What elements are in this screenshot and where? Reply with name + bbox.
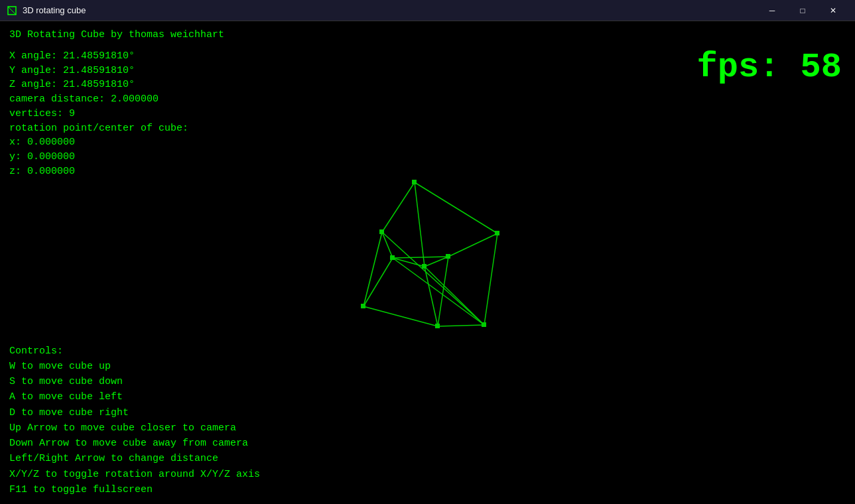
control-xyz: X/Y/Z to toggle rotation around X/Y/Z ax… <box>9 467 260 482</box>
svg-line-10 <box>393 258 425 267</box>
control-a: A to move cube left <box>9 389 260 405</box>
control-up: Up Arrow to move cube closer to camera <box>9 420 260 436</box>
control-s: S to move cube down <box>9 374 260 389</box>
svg-line-9 <box>425 257 448 267</box>
maximize-button[interactable]: □ <box>787 0 818 21</box>
svg-line-3 <box>484 233 497 325</box>
window-title: 3D rotating cube <box>23 5 757 15</box>
control-w: W to move cube up <box>9 359 260 374</box>
svg-rect-28 <box>390 255 395 260</box>
svg-rect-24 <box>361 304 365 308</box>
svg-line-4 <box>438 325 484 326</box>
svg-rect-26 <box>422 264 427 269</box>
svg-line-8 <box>393 257 448 258</box>
controls-header: Controls: <box>9 344 260 359</box>
app-icon <box>7 5 17 16</box>
svg-rect-27 <box>446 254 450 259</box>
control-down: Down Arrow to move cube away from camera <box>9 436 260 451</box>
svg-line-14 <box>363 258 393 306</box>
svg-line-16 <box>425 267 438 326</box>
svg-rect-20 <box>412 180 417 184</box>
title-bar: 3D rotating cube ─ □ ✕ <box>0 0 855 21</box>
control-f11: F11 to toggle fullscreen <box>9 482 260 497</box>
svg-line-5 <box>363 306 438 326</box>
control-lr: Left/Right Arrow to change distance <box>9 451 260 466</box>
window-controls: ─ □ ✕ <box>757 0 848 21</box>
svg-line-12 <box>448 233 497 257</box>
main-content: 3D Rotating Cube by thomas weichhart X a… <box>0 21 855 504</box>
svg-line-2 <box>415 182 497 233</box>
svg-rect-23 <box>435 324 440 328</box>
svg-line-1 <box>8 7 16 15</box>
control-d: D to move cube right <box>9 405 260 420</box>
controls-panel: Controls: W to move cube up S to move cu… <box>9 344 260 498</box>
svg-rect-21 <box>495 231 499 235</box>
svg-line-7 <box>382 182 415 232</box>
svg-line-17 <box>382 232 484 325</box>
svg-line-15 <box>382 232 393 258</box>
svg-line-18 <box>393 258 484 325</box>
svg-line-6 <box>363 232 382 306</box>
svg-rect-22 <box>482 322 486 327</box>
svg-rect-25 <box>379 229 384 234</box>
minimize-button[interactable]: ─ <box>757 0 787 21</box>
svg-line-11 <box>415 182 425 267</box>
close-button[interactable]: ✕ <box>818 0 848 21</box>
